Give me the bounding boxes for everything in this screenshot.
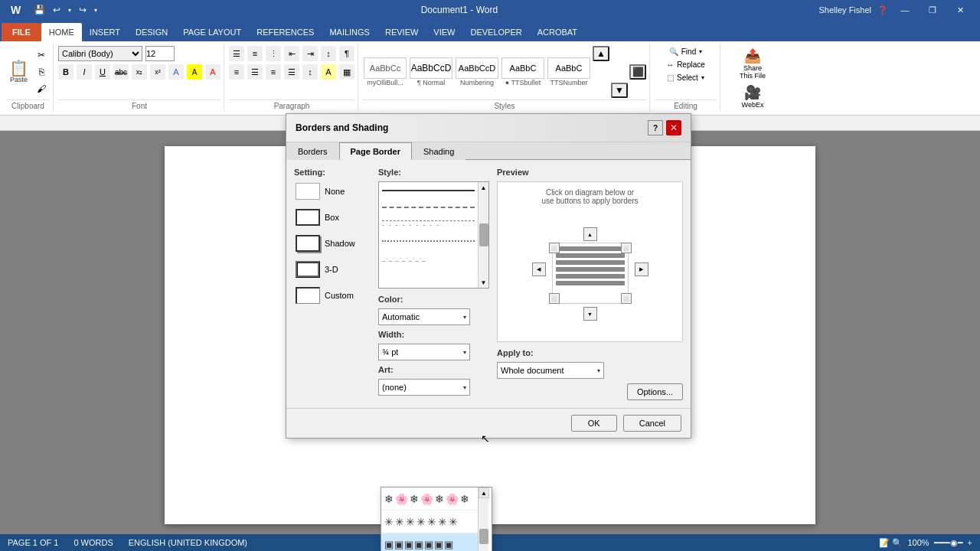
setting-section: Setting: None Box Shadow 3-D bbox=[294, 168, 371, 400]
apply-to-dropdown[interactable]: Whole document ▾ bbox=[497, 362, 604, 379]
setting-shadow-icon bbox=[296, 235, 320, 252]
setting-custom-label: Custom bbox=[325, 291, 354, 300]
style-line-dashed2[interactable]: - - - - - - - - - bbox=[379, 216, 478, 233]
style-label: Style: bbox=[378, 168, 489, 177]
setting-custom[interactable]: Custom bbox=[294, 285, 371, 305]
color-dropdown-arrow: ▾ bbox=[463, 314, 466, 321]
apply-to-arrow: ▾ bbox=[597, 367, 600, 374]
style-scroll-thumb[interactable] bbox=[479, 223, 488, 246]
art-value: (none) bbox=[382, 383, 407, 392]
preview-box: Click on diagram below oruse buttons to … bbox=[497, 181, 683, 342]
style-list-scrollbar: ▲ ▼ bbox=[478, 182, 488, 288]
style-line-dashed1[interactable] bbox=[379, 199, 478, 216]
dialog-main-content: Setting: None Box Shadow 3-D bbox=[286, 160, 691, 408]
preview-content bbox=[552, 243, 629, 304]
borders-shading-dialog: Borders and Shading ? ✕ Borders Page Bor… bbox=[286, 113, 691, 439]
preview-left-btn[interactable]: ◀ bbox=[532, 262, 546, 276]
setting-3d[interactable]: 3-D bbox=[294, 259, 371, 279]
ok-button[interactable]: OK bbox=[571, 415, 617, 432]
art-scroll-thumb[interactable] bbox=[479, 529, 488, 544]
style-scroll-down[interactable]: ▼ bbox=[479, 277, 489, 288]
setting-shadow-label: Shadow bbox=[325, 239, 355, 248]
width-value: ¾ pt bbox=[382, 347, 398, 357]
color-dropdown[interactable]: Automatic ▾ bbox=[378, 308, 470, 325]
preview-right-btn[interactable]: ▶ bbox=[635, 262, 648, 276]
preview-label: Preview bbox=[497, 168, 683, 177]
setting-box-icon bbox=[296, 209, 320, 226]
width-label: Width: bbox=[378, 330, 489, 339]
setting-3d-label: 3-D bbox=[325, 265, 338, 274]
style-list-container: - - - - - - - - - _·_·_·_·_·_·_ ▲ ▼ bbox=[378, 181, 489, 289]
dialog-close-button[interactable]: ✕ bbox=[666, 120, 681, 135]
art-list[interactable]: ❄🌸❄🌸❄🌸❄ ✳✳✳✳✳✳✳ ▣▣▣▣▣▣▣ 🏇🏇🏇🏇 bbox=[381, 487, 478, 551]
dialog-overlay: Borders and Shading ? ✕ Borders Page Bor… bbox=[0, 0, 980, 551]
art-dropdown-trigger[interactable]: (none) ▾ bbox=[378, 379, 470, 396]
art-label: Art: bbox=[378, 365, 489, 374]
art-item-3[interactable]: ▣▣▣▣▣▣▣ bbox=[381, 533, 478, 551]
preview-bottom-btn[interactable]: ▼ bbox=[583, 307, 597, 321]
width-dropdown[interactable]: ¾ pt ▾ bbox=[378, 344, 470, 360]
dialog-help-button[interactable]: ? bbox=[648, 120, 663, 135]
style-line-dotted[interactable] bbox=[379, 233, 478, 249]
dialog-tabs: Borders Page Border Shading bbox=[286, 142, 691, 160]
setting-none-label: None bbox=[325, 187, 345, 196]
setting-box-label: Box bbox=[325, 213, 339, 222]
style-scroll-up[interactable]: ▲ bbox=[479, 182, 489, 193]
style-section: Style: - - - - - - - - - _·_·_·_·_·_·_ ▲ bbox=[378, 168, 489, 400]
art-pattern-3: ▣▣▣▣▣▣▣ bbox=[384, 539, 454, 550]
art-dropdown-arrow: ▾ bbox=[463, 384, 466, 391]
dialog-title: Borders and Shading ? ✕ bbox=[286, 114, 691, 142]
apply-to-value: Whole document bbox=[501, 366, 564, 375]
preview-diagram: ▲ ◀ ▶ ▼ bbox=[521, 212, 659, 327]
color-value: Automatic bbox=[382, 312, 420, 321]
style-line-solid[interactable] bbox=[379, 182, 478, 199]
setting-custom-icon bbox=[296, 287, 320, 304]
tab-page-border[interactable]: Page Border bbox=[339, 142, 412, 160]
art-item-2[interactable]: ✳✳✳✳✳✳✳ bbox=[381, 510, 478, 533]
color-label: Color: bbox=[378, 295, 489, 304]
setting-none-icon bbox=[296, 183, 320, 200]
apply-to-label: Apply to: bbox=[497, 348, 683, 357]
tab-borders[interactable]: Borders bbox=[286, 142, 339, 160]
preview-topleft-btn[interactable]: ⬜ bbox=[549, 243, 560, 253]
art-item-1[interactable]: ❄🌸❄🌸❄🌸❄ bbox=[381, 487, 478, 510]
setting-shadow[interactable]: Shadow bbox=[294, 233, 371, 253]
preview-topright-btn[interactable]: ⬜ bbox=[621, 243, 632, 253]
art-pattern-2: ✳✳✳✳✳✳✳ bbox=[384, 516, 459, 528]
preview-bottomright-btn[interactable]: ⬜ bbox=[621, 293, 632, 304]
setting-3d-icon bbox=[296, 261, 320, 278]
art-pattern-1: ❄🌸❄🌸❄🌸❄ bbox=[384, 493, 471, 505]
preview-bottomleft-btn[interactable]: ⬜ bbox=[549, 293, 560, 304]
style-line-dashdot[interactable]: _·_·_·_·_·_·_ bbox=[379, 249, 478, 266]
preview-hint: Click on diagram below oruse buttons to … bbox=[498, 188, 682, 205]
art-scroll-up-btn[interactable]: ▲ bbox=[479, 487, 489, 498]
preview-section: Preview Click on diagram below oruse but… bbox=[497, 168, 683, 400]
preview-top-btn[interactable]: ▲ bbox=[583, 227, 597, 241]
dialog-title-text: Borders and Shading bbox=[296, 122, 388, 133]
cancel-button[interactable]: Cancel bbox=[623, 415, 681, 432]
setting-label: Setting: bbox=[294, 168, 371, 177]
art-scrollbar: ▲ ▼ bbox=[478, 487, 488, 551]
tab-shading[interactable]: Shading bbox=[412, 142, 466, 160]
setting-none[interactable]: None bbox=[294, 181, 371, 201]
art-dropdown-open: ❄🌸❄🌸❄🌸❄ ✳✳✳✳✳✳✳ ▣▣▣▣▣▣▣ 🏇🏇🏇🏇 ▲ ▼ bbox=[381, 487, 492, 551]
width-dropdown-arrow: ▾ bbox=[463, 349, 466, 356]
apply-to-section: Apply to: Whole document ▾ bbox=[497, 348, 683, 379]
dialog-footer-buttons: OK Cancel bbox=[286, 408, 691, 438]
options-button[interactable]: Options... bbox=[627, 383, 683, 400]
setting-box[interactable]: Box bbox=[294, 207, 371, 227]
style-list[interactable]: - - - - - - - - - _·_·_·_·_·_·_ bbox=[379, 182, 478, 288]
